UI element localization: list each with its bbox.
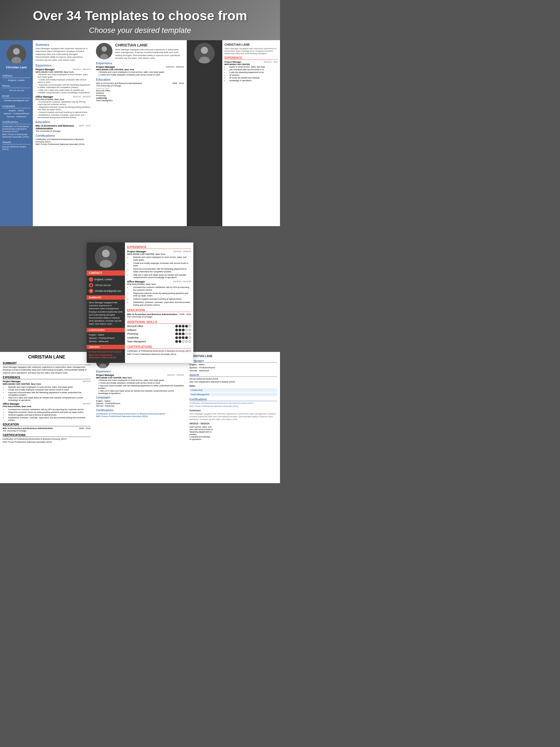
page-header: Over 34 Templates to choose from Choose … [0, 0, 280, 40]
t1-phone: +49 xxx xxx xxx [9, 89, 24, 92]
template-row-1: Christian Lane Address: England, London … [0, 40, 280, 226]
co-phone-item: 📱 +49 xxx xxx xxx [89, 283, 123, 287]
co-cert-title: CERTIFICATIONS [127, 345, 191, 349]
t1-name: Christian Lane [6, 66, 27, 69]
template-partial-view[interactable]: CHRISTIAN LANE Languages English - Nativ… [187, 352, 280, 483]
co-sidebar: CONTACT 📍 England, London 📱 +49 xxx xxx … [87, 242, 125, 363]
co-skill-4: Leadership [127, 336, 191, 339]
t1-cert-header: Certifications [2, 121, 31, 124]
template-partial-right[interactable]: CHRISTIAN LANE Store Manager equipped wi… [187, 40, 280, 226]
t1-main: Summary Store Manager equipped with exte… [33, 40, 93, 226]
t2-summary: Store Manager equipped with extensive ex… [115, 48, 184, 60]
t1-exp-title: Experience [35, 64, 91, 67]
phone-icon: 📱 [89, 283, 93, 287]
co-job-2: Office Manager09/2010 - 09/2015 FFS-SOLU… [127, 280, 191, 306]
t4-name: CHRISTIAN LANE [3, 355, 91, 360]
t4-summary: Store Manager equipped with extensive ex… [3, 366, 91, 374]
t2-name: CHRISTIAN LANE [115, 43, 184, 47]
t1-lang-header: Languages [2, 105, 31, 108]
co-skill-3: Photoshop [127, 333, 191, 335]
t3-main: CHRISTIAN LANE Store Manager equipped wi… [222, 40, 280, 226]
co-job-1: Project Manager09/2015 - 05/2019 MRS-MAN… [127, 250, 191, 279]
t1-address: England, London [8, 79, 25, 81]
t1-job-1: Project Manager09/2015 - 05/2019 MRS-MAN… [35, 68, 91, 94]
template-row-2: CHRISTIAN LANE SUMMARY Store Manager equ… [0, 352, 280, 483]
co-skill-2: Softwere [127, 329, 191, 331]
page-title: Over 34 Templates to choose from [5, 8, 275, 23]
co-awards-label: AWARDS [87, 345, 125, 349]
page-subtitle: Choose your desired template [5, 26, 275, 35]
co-email-item: ✉ christian.lane@gmail.com [89, 289, 123, 293]
template-skills-bars[interactable]: CHRISTIAN LANE Experience Project Manage… [93, 352, 186, 483]
t1-edu-title: Education [35, 120, 91, 124]
t3-avatar [194, 43, 215, 63]
co-exp-title: EXPERIENCE [127, 245, 191, 249]
co-main: EXPERIENCE Project Manager09/2015 - 05/2… [125, 242, 193, 363]
svg-point-7 [201, 47, 208, 54]
co-summary-label: SUMMARY [87, 295, 125, 300]
location-icon: 📍 [89, 277, 93, 282]
t2-top: CHRISTIAN LANE Store Manager equipped wi… [96, 43, 184, 60]
co-skill-1: Microsoft Office [127, 325, 191, 328]
co-skills-title: ADDITIONAL SKILLS [127, 320, 191, 324]
t1-summary-title: Summary [35, 43, 91, 46]
co-contact-title: CONTACT [87, 271, 125, 276]
t2-avatar [96, 43, 112, 59]
t1-summary-text: Store Manager equipped with extensive ex… [35, 47, 91, 61]
co-lang-label: LANGUAGES [87, 328, 125, 332]
co-avatar [95, 246, 117, 268]
t1-awards-header: Awards [2, 141, 31, 145]
svg-point-10 [102, 250, 110, 257]
template-blue-sidebar[interactable]: Christian Lane Address: England, London … [0, 40, 93, 226]
svg-point-4 [101, 46, 107, 52]
co-skill-5: Team Managment [127, 340, 191, 343]
center-overlay-template[interactable]: CONTACT 📍 England, London 📱 +49 xxx xxx … [87, 242, 193, 363]
email-icon: ✉ [89, 289, 93, 293]
co-address-item: 📍 England, London [89, 277, 123, 282]
t1-avatar [7, 44, 26, 63]
svg-point-1 [13, 48, 20, 55]
co-edu-title: EDUCATION [127, 308, 191, 312]
t1-sidebar: Christian Lane Address: England, London … [0, 40, 33, 226]
co-summary-text: Store Manager equipped with extensive ex… [89, 301, 123, 326]
t1-job-2: Office Manager09/2010 - 09/2015 FFS-SOLU… [35, 96, 91, 119]
t1-email: christian.lane@gmail.com [4, 99, 29, 102]
template-white-header[interactable]: CHRISTIAN LANE Store Manager equipped wi… [93, 40, 186, 226]
template-plain-white[interactable]: CHRISTIAN LANE SUMMARY Store Manager equ… [0, 352, 93, 483]
t3-left [187, 40, 222, 226]
